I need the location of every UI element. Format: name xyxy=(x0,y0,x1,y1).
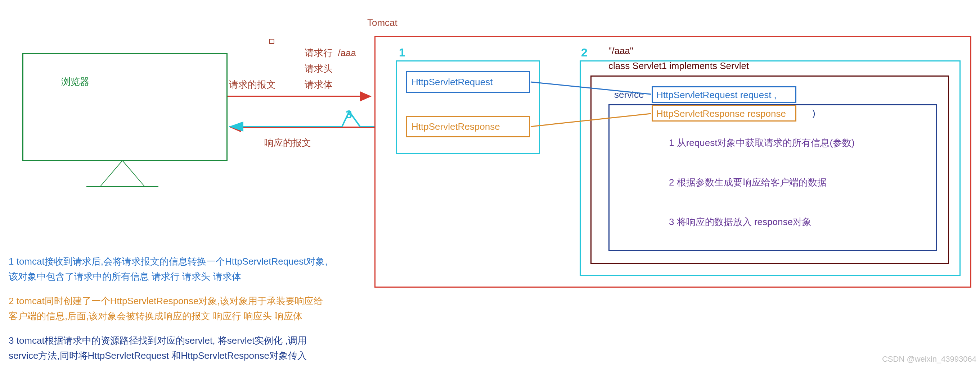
service-step-3: 3 将响应的数据放入 response对象 xyxy=(669,216,811,228)
service-step-1: 1 从request对象中获取请求的所有信息(参数) xyxy=(669,136,855,149)
response-arrow-stem xyxy=(241,127,374,128)
monitor-base xyxy=(86,186,158,187)
request-line-text: 请求行 xyxy=(305,48,332,58)
service-label: service xyxy=(614,89,644,100)
box1-number: 1 xyxy=(399,46,406,59)
request-headers-label: 请求头 xyxy=(305,63,332,75)
request-line-path: /aaa xyxy=(338,48,356,58)
watermark: CSDN @weixin_43993064 xyxy=(882,355,977,364)
request-arrow-head xyxy=(360,91,372,101)
handle-marker xyxy=(269,39,274,44)
param-response-box: HttpServletResponse response xyxy=(652,105,796,122)
request-line-label: 请求行 /aaa xyxy=(305,47,356,59)
request-heading: 请求的报文 xyxy=(229,78,276,91)
note-1b: 该对象中包含了请求中的所有信息 请求行 请求头 请求体 xyxy=(9,270,241,283)
tomcat-label: Tomcat xyxy=(367,17,398,29)
cyan-path-line xyxy=(229,111,374,127)
note-3b: service方法,同时将HttpServletRequest 和HttpSer… xyxy=(9,349,307,362)
monitor-screen xyxy=(22,53,228,161)
http-response-box: HttpServletResponse xyxy=(406,116,530,137)
note-1a: 1 tomcat接收到请求后,会将请求报文的信息转换一个HttpServletR… xyxy=(9,255,328,268)
service-step-2: 2 根据参数生成要响应给客户端的数据 xyxy=(669,176,827,189)
box2-number: 2 xyxy=(581,46,587,59)
path-number-3: 3 xyxy=(346,108,352,121)
note-2a: 2 tomcat同时创建了一个HttpServletResponse对象,该对象… xyxy=(9,295,323,307)
close-paren: ) xyxy=(812,108,816,119)
param-request-box: HttpServletRequest request , xyxy=(652,86,796,103)
note-3a: 3 tomcat根据请求中的资源路径找到对应的servlet, 将servlet… xyxy=(9,334,307,347)
servlet-class-decl: class Servlet1 implements Servlet xyxy=(608,60,749,71)
response-arrow-head xyxy=(230,122,241,132)
note-2b: 客户端的信息,后面,该对象会被转换成响应的报文 响应行 响应头 响应体 xyxy=(9,310,302,323)
servlet-path: "/aaa" xyxy=(608,45,633,57)
http-request-box: HttpServletRequest xyxy=(406,71,530,93)
monitor-stand xyxy=(101,161,144,186)
request-arrow-stem xyxy=(228,96,361,97)
request-body-label: 请求体 xyxy=(305,78,332,91)
browser-label: 浏览器 xyxy=(61,76,89,88)
response-heading: 响应的报文 xyxy=(264,136,311,149)
